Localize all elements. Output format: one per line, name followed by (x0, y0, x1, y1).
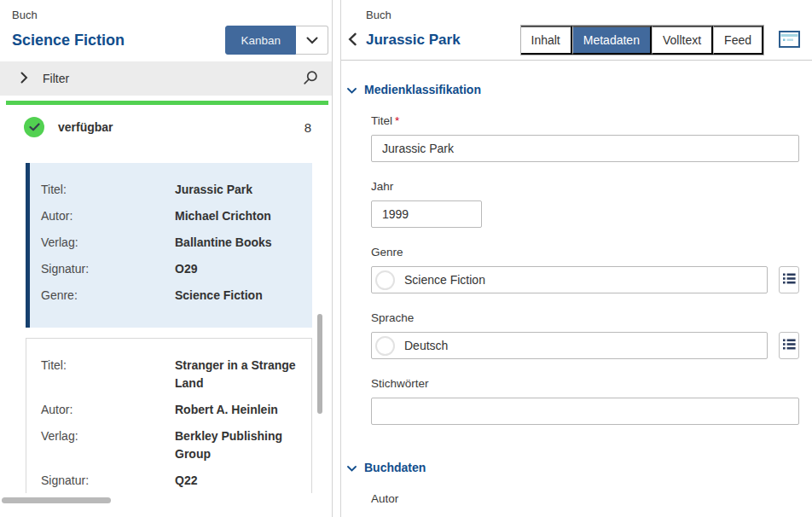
chevron-down-icon (347, 461, 357, 474)
status-label: verfügbar (58, 120, 304, 134)
filter-bar[interactable]: Filter (0, 61, 332, 96)
card-field-row: Autor: Michael Crichton (41, 203, 300, 229)
field-label: Signatur: (41, 472, 175, 490)
field-value: Robert A. Heinlein (175, 401, 278, 419)
kanban-column-header[interactable]: verfügbar 8 (0, 105, 332, 160)
genre-value: Science Fiction (404, 273, 485, 287)
back-button[interactable] (348, 32, 366, 49)
record-type-label: Buch (12, 9, 328, 21)
detail-header: Buch Jurassic Park Inhalt Metadaten Voll… (341, 0, 812, 61)
metadata-form: Medienklassifikation Titel* Jahr Genre S… (341, 61, 812, 517)
card-field-row: Signatur: Q22 (41, 468, 299, 494)
horizontal-scrollbar-thumb[interactable] (2, 497, 111, 503)
jahr-input[interactable] (371, 200, 482, 228)
section-medienklassifikation-toggle[interactable]: Medienklassifikation (347, 83, 799, 96)
avatar-placeholder-icon (375, 336, 395, 356)
card-field-row: Verlag: Berkley Publishing Group (41, 423, 299, 468)
horizontal-scrollbar-track (0, 493, 332, 517)
section-title: Buchdaten (364, 461, 426, 474)
field-value: Jurassic Park (175, 181, 252, 199)
field-label: Autor: (41, 207, 175, 225)
field-label: Signatur: (41, 260, 175, 278)
genre-reference-field[interactable]: Science Fiction (371, 266, 768, 293)
field-value: Science Fiction (175, 287, 263, 305)
field-label: Genre: (41, 287, 175, 305)
titel-input[interactable] (371, 135, 799, 162)
field-label: Verlag: (41, 234, 175, 252)
kanban-panel: Buch Science Fiction Kanban Filter (0, 0, 333, 517)
chevron-down-icon (306, 34, 318, 47)
chevron-right-icon (20, 72, 28, 86)
sprache-picker-button[interactable] (779, 332, 799, 359)
card-field-row: Genre: Science Fiction (41, 282, 300, 309)
field-value: Stranger in a Strange Land (175, 357, 299, 392)
card-field-row: Titel: Jurassic Park (41, 177, 300, 203)
sprache-field-label: Sprache (371, 311, 799, 324)
genre-picker-button[interactable] (779, 266, 799, 293)
tab-metadaten[interactable]: Metadaten (572, 26, 652, 55)
card-field-row: Signatur: O29 (41, 256, 300, 282)
stichwoerter-input[interactable] (371, 398, 799, 425)
tab-inhalt[interactable]: Inhalt (521, 26, 572, 55)
detail-panel: Buch Jurassic Park Inhalt Metadaten Voll… (340, 0, 812, 517)
stichwoerter-field-label: Stichwörter (371, 377, 799, 390)
section-buchdaten-toggle[interactable]: Buchdaten (347, 461, 799, 474)
card-field-row: Verlag: Ballantine Books (41, 229, 300, 256)
jahr-field-label: Jahr (371, 180, 799, 193)
sprache-value: Deutsch (404, 339, 448, 352)
panel-divider-gap (333, 0, 340, 517)
filter-label: Filter (43, 72, 303, 85)
card-jurassic-park[interactable]: Titel: Jurassic Park Autor: Michael Cric… (26, 163, 312, 328)
kanban-panel-header: Buch Science Fiction Kanban (0, 0, 332, 55)
table-layout-icon (779, 31, 800, 50)
detail-tabs: Inhalt Metadaten Volltext Feed (520, 25, 764, 55)
field-value: Ballantine Books (175, 234, 272, 252)
required-marker: * (395, 114, 399, 127)
sprache-reference-field[interactable]: Deutsch (371, 332, 768, 359)
record-title: Jurassic Park (366, 32, 520, 49)
field-label: Titel: (41, 181, 175, 199)
chevron-down-icon (347, 83, 357, 96)
view-switcher-button[interactable] (779, 31, 800, 50)
app: Buch Science Fiction Kanban Filter (0, 0, 812, 517)
list-icon (783, 273, 796, 287)
vertical-scrollbar-thumb[interactable] (317, 314, 322, 414)
genre-field-label: Genre (371, 246, 799, 258)
check-circle-icon (24, 117, 44, 137)
tab-volltext[interactable]: Volltext (652, 26, 713, 55)
record-type-label: Buch (366, 9, 800, 21)
collection-title: Science Fiction (12, 32, 225, 49)
field-value: Q22 (175, 472, 197, 490)
field-label: Titel: (41, 357, 175, 392)
autor-field-label: Autor (371, 492, 799, 505)
view-dropdown-button[interactable] (296, 26, 328, 55)
magnifier-icon[interactable] (303, 70, 318, 88)
field-label: Verlag: (41, 427, 175, 463)
field-value: Berkley Publishing Group (175, 427, 299, 463)
status-count: 8 (304, 120, 311, 135)
section-title: Medienklassifikation (364, 83, 481, 96)
kanban-column: verfügbar 8 Titel: Jurassic Park Autor: … (0, 105, 332, 517)
card-stranger-in-a-strange-land[interactable]: Titel: Stranger in a Strange Land Autor:… (26, 338, 312, 508)
field-value: Michael Crichton (175, 207, 271, 225)
tab-feed[interactable]: Feed (713, 26, 763, 55)
titel-field-label: Titel* (371, 114, 799, 127)
avatar-placeholder-icon (375, 270, 395, 290)
list-icon (783, 339, 796, 352)
card-field-row: Autor: Robert A. Heinlein (41, 397, 299, 423)
chevron-left-icon (348, 32, 357, 49)
card-field-row: Titel: Stranger in a Strange Land (41, 352, 299, 397)
card-list: Titel: Jurassic Park Autor: Michael Cric… (0, 160, 332, 508)
field-label: Autor: (41, 401, 175, 419)
view-kanban-button[interactable]: Kanban (225, 26, 296, 55)
field-value: O29 (175, 260, 197, 278)
